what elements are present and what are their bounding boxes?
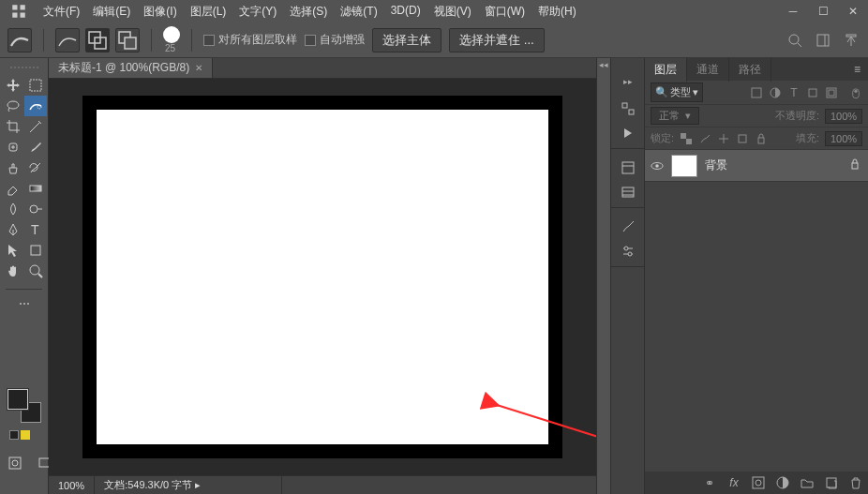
- menu-file[interactable]: 文件(F): [37, 2, 85, 22]
- panel-handle[interactable]: [0, 64, 48, 71]
- layer-lock-icon[interactable]: [849, 158, 862, 172]
- actions-panel-icon[interactable]: [617, 122, 639, 144]
- document-tab[interactable]: 未标题-1 @ 100%(RGB/8) ✕: [49, 58, 213, 78]
- color-swatches[interactable]: [7, 389, 41, 423]
- layer-thumbnail[interactable]: [671, 155, 697, 177]
- new-layer-icon[interactable]: [825, 476, 838, 489]
- brush-preview-icon[interactable]: 25: [163, 26, 180, 53]
- new-adjustment-icon[interactable]: [776, 476, 789, 489]
- layer-row[interactable]: 背景: [645, 150, 868, 182]
- collapse-icon[interactable]: ◂◂: [597, 60, 610, 69]
- search-icon[interactable]: [786, 31, 804, 50]
- history-brush-tool[interactable]: [24, 157, 47, 178]
- minimize-button[interactable]: ─: [778, 2, 808, 21]
- foreground-color-swatch[interactable]: [7, 389, 28, 410]
- menu-layer[interactable]: 图层(L): [185, 2, 232, 22]
- zoom-tool[interactable]: [24, 261, 47, 281]
- lasso-tool[interactable]: [2, 96, 24, 116]
- link-layers-icon[interactable]: ⚭: [703, 476, 716, 489]
- fill-input[interactable]: 100%: [825, 131, 862, 146]
- layer-name[interactable]: 背景: [705, 157, 842, 173]
- delete-layer-icon[interactable]: [849, 476, 862, 489]
- edit-toolbar-icon[interactable]: ⋯: [13, 293, 36, 314]
- subtract-selection-icon[interactable]: [115, 28, 140, 52]
- filter-adjustment-icon[interactable]: [769, 86, 782, 99]
- maximize-button[interactable]: ☐: [808, 2, 838, 21]
- filter-shape-icon[interactable]: [806, 86, 819, 99]
- zoom-level[interactable]: 100%: [49, 476, 95, 494]
- menu-filter[interactable]: 滤镜(T): [335, 2, 382, 22]
- tab-channels[interactable]: 通道: [687, 58, 729, 82]
- menu-window[interactable]: 窗口(W): [479, 2, 531, 22]
- new-selection-icon[interactable]: [55, 28, 80, 52]
- tool-preset-icon[interactable]: [7, 28, 32, 52]
- filter-pixel-icon[interactable]: [750, 86, 763, 99]
- pen-tool[interactable]: [2, 219, 24, 240]
- adjustments-panel-icon[interactable]: [617, 240, 639, 262]
- menu-view[interactable]: 视图(V): [428, 2, 477, 22]
- swap-colors-icon[interactable]: [21, 430, 30, 440]
- filter-toggle-icon[interactable]: [849, 86, 862, 99]
- tab-close-icon[interactable]: ✕: [195, 63, 202, 73]
- properties-panel-icon[interactable]: [617, 157, 639, 179]
- healing-tool[interactable]: [2, 137, 24, 157]
- menu-image[interactable]: 图像(I): [138, 2, 182, 22]
- layer-visibility-icon[interactable]: [651, 159, 664, 172]
- default-colors-icon[interactable]: [9, 430, 19, 440]
- menu-3d[interactable]: 3D(D): [385, 2, 427, 22]
- eyedropper-tool[interactable]: [24, 116, 47, 137]
- canvas-viewport[interactable]: [49, 79, 596, 475]
- menu-type[interactable]: 文字(Y): [233, 2, 282, 22]
- layer-mask-icon[interactable]: [752, 476, 765, 489]
- clone-stamp-tool[interactable]: [2, 157, 24, 178]
- hand-tool[interactable]: [2, 261, 24, 281]
- close-button[interactable]: ✕: [838, 2, 868, 21]
- svg-rect-54: [852, 163, 858, 169]
- artboard[interactable]: [83, 97, 561, 457]
- quick-mask-icon[interactable]: [4, 453, 26, 473]
- lock-all-icon[interactable]: [755, 132, 768, 145]
- menu-edit[interactable]: 编辑(E): [87, 2, 136, 22]
- menu-select[interactable]: 选择(S): [284, 2, 333, 22]
- tab-layers[interactable]: 图层: [645, 58, 687, 82]
- select-and-mask-button[interactable]: 选择并遮住 ...: [449, 28, 545, 52]
- brushes-panel-icon[interactable]: [617, 216, 639, 238]
- marquee-tool[interactable]: [24, 75, 47, 96]
- menu-help[interactable]: 帮助(H): [532, 2, 582, 22]
- lock-transparency-icon[interactable]: [680, 132, 693, 145]
- select-subject-button[interactable]: 选择主体: [372, 28, 441, 52]
- brush-tool[interactable]: [24, 137, 47, 157]
- layer-style-icon[interactable]: fx: [727, 476, 741, 489]
- history-panel-icon[interactable]: [617, 97, 639, 120]
- shape-tool[interactable]: [24, 240, 47, 261]
- quick-selection-tool[interactable]: [24, 96, 47, 116]
- share-icon[interactable]: [842, 31, 861, 50]
- eraser-tool[interactable]: [2, 178, 24, 199]
- svg-point-56: [756, 480, 761, 486]
- libraries-panel-icon[interactable]: [617, 181, 639, 203]
- filter-type-icon[interactable]: T: [787, 86, 801, 99]
- document-info[interactable]: 文档:549.3K/0 字节 ▸: [95, 476, 282, 494]
- expand-icon[interactable]: ▸▸: [611, 77, 644, 86]
- gradient-tool[interactable]: [24, 178, 47, 199]
- lock-artboard-icon[interactable]: [736, 132, 749, 145]
- opacity-input[interactable]: 100%: [825, 109, 862, 124]
- blur-tool[interactable]: [2, 199, 24, 219]
- lock-position-icon[interactable]: [717, 132, 730, 145]
- sample-all-layers-checkbox[interactable]: 对所有图层取样: [203, 32, 297, 48]
- blend-mode-select[interactable]: 正常 ▾: [651, 107, 699, 125]
- dodge-tool[interactable]: [24, 199, 47, 219]
- move-tool[interactable]: [2, 75, 24, 96]
- add-selection-icon[interactable]: [85, 28, 110, 52]
- type-tool[interactable]: T: [24, 219, 47, 240]
- crop-tool[interactable]: [2, 116, 24, 137]
- lock-pixels-icon[interactable]: [698, 132, 711, 145]
- panel-menu-icon[interactable]: ≡: [846, 61, 868, 78]
- workspace-icon[interactable]: [814, 31, 832, 50]
- tab-paths[interactable]: 路径: [729, 58, 771, 82]
- new-group-icon[interactable]: [801, 476, 814, 489]
- path-selection-tool[interactable]: [2, 240, 24, 261]
- filter-type-dropdown[interactable]: 🔍 类型 ▾: [651, 82, 703, 102]
- auto-enhance-checkbox[interactable]: 自动增强: [305, 32, 365, 48]
- filter-smart-icon[interactable]: [825, 86, 838, 99]
